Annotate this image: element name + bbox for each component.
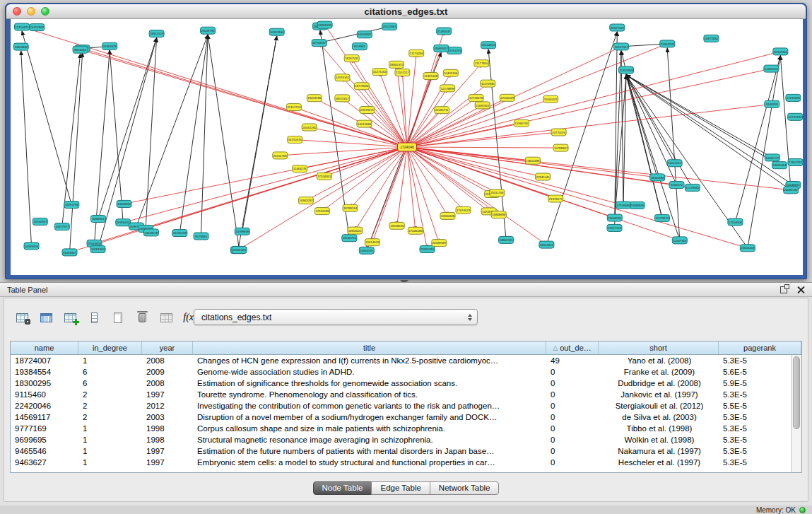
graph-node[interactable]: 10351860 xyxy=(269,28,284,35)
table-settings-button[interactable] xyxy=(11,308,33,327)
minimize-window-button[interactable] xyxy=(27,7,35,16)
cell-year[interactable]: 1997 xyxy=(142,390,193,399)
cell-year[interactable]: 2008 xyxy=(142,356,193,365)
graph-node[interactable]: 9579685 xyxy=(194,233,208,240)
graph-node[interactable]: 20978271 xyxy=(360,107,375,114)
cell-in-degree[interactable]: 1 xyxy=(78,424,142,433)
graph-node[interactable]: 20101768 xyxy=(273,152,288,159)
column-header-name[interactable]: name xyxy=(11,341,78,354)
cell-out-de[interactable]: 0 xyxy=(546,379,599,387)
graph-node[interactable]: 12325308 xyxy=(423,73,438,80)
cell-name[interactable]: 9699695 xyxy=(11,436,78,444)
graph-node[interactable]: 21353359 xyxy=(619,66,634,74)
delete-table-button[interactable] xyxy=(131,308,153,327)
column-header-short[interactable]: short xyxy=(599,341,719,354)
graph-node[interactable]: 9519361 xyxy=(352,43,367,50)
cell-short[interactable]: Franke et al. (2009) xyxy=(599,368,719,376)
cell-in-degree[interactable]: 1 xyxy=(78,447,142,455)
cell-title[interactable]: Estimation of the future numbers of pati… xyxy=(193,447,546,455)
graph-node[interactable]: 24862535 xyxy=(499,236,514,243)
zoom-window-button[interactable] xyxy=(41,7,49,16)
cell-short[interactable]: Wolkin et al. (1998) xyxy=(599,436,719,444)
graph-node[interactable]: 8165670 xyxy=(669,182,684,189)
table-row[interactable]: 2242004622012Investigating the contribut… xyxy=(11,400,791,411)
graph-node[interactable]: 22167047 xyxy=(614,43,629,50)
graph-node[interactable]: 24081034 xyxy=(784,187,799,194)
cell-name[interactable]: 14569117 xyxy=(11,413,78,421)
graph-node[interactable]: 21157704 xyxy=(286,104,301,111)
table-row[interactable]: 1872400712008Changes of HCN gene express… xyxy=(11,355,791,366)
graph-node[interactable]: 18267541 xyxy=(344,55,359,62)
float-panel-icon[interactable] xyxy=(780,286,787,293)
graph-node[interactable]: 16281863 xyxy=(90,246,105,253)
graph-node[interactable]: 20322867 xyxy=(382,23,397,30)
graph-node[interactable]: 24354451 xyxy=(539,241,554,248)
cell-pagerank[interactable]: 5.3E-5 xyxy=(719,424,791,433)
tab-network-table[interactable]: Network Table xyxy=(430,481,500,495)
cell-title[interactable]: Tourette syndrome. Phenomenology and cla… xyxy=(193,390,546,399)
graph-node[interactable]: 12628218 xyxy=(143,229,158,236)
graph-node[interactable]: 11691922 xyxy=(475,102,490,109)
graph-node[interactable]: 21490437 xyxy=(437,28,452,35)
graph-node[interactable]: 10391483 xyxy=(232,246,247,253)
graph-node[interactable]: 10877977 xyxy=(54,223,69,230)
graph-node[interactable]: 24588189 xyxy=(432,240,447,247)
close-window-button[interactable] xyxy=(13,7,21,16)
graph-node[interactable]: 18658021 xyxy=(348,227,363,234)
graph-node[interactable]: 17607591 xyxy=(788,159,803,166)
graph-node[interactable]: 20356424 xyxy=(116,219,131,226)
graph-node[interactable]: 16750376 xyxy=(288,136,302,144)
vertical-scrollbar[interactable] xyxy=(791,355,801,472)
graph-node[interactable]: 19268205 xyxy=(389,222,404,229)
cell-year[interactable]: 1998 xyxy=(142,424,193,433)
table-source-dropdown[interactable]: citations_edges.txt xyxy=(194,309,478,325)
cell-pagerank[interactable]: 5.3E-5 xyxy=(719,447,791,455)
graph-node[interactable]: 18845372 xyxy=(389,61,404,68)
cell-name[interactable]: 19384554 xyxy=(11,368,78,376)
graph-node[interactable]: 20770070 xyxy=(551,129,566,136)
graph-node[interactable]: 17310589 xyxy=(314,208,329,215)
graph-node[interactable]: 10761055 xyxy=(447,47,461,54)
graph-node[interactable]: 13845464 xyxy=(772,162,787,169)
graph-node[interactable]: 14599354 xyxy=(24,243,39,250)
cell-year[interactable]: 2009 xyxy=(142,368,193,376)
cell-out-de[interactable]: 0 xyxy=(546,368,599,376)
cell-title[interactable]: Corpus callosum shape and size in male p… xyxy=(193,424,546,433)
graph-node[interactable]: 18050384 xyxy=(650,174,665,181)
graph-node[interactable]: 16963329 xyxy=(102,42,117,49)
graph-node[interactable]: 15271564 xyxy=(372,69,387,76)
cell-in-degree[interactable]: 1 xyxy=(78,436,142,444)
table-row[interactable]: 1456911722003Disruption of a novel membe… xyxy=(11,411,791,423)
cell-in-degree[interactable]: 1 xyxy=(78,356,142,365)
cell-out-de[interactable]: 0 xyxy=(546,436,599,444)
graph-node[interactable]: 14661727 xyxy=(765,154,779,161)
graph-node[interactable]: 16872840 xyxy=(704,35,719,42)
cell-pagerank[interactable]: 5.3E-5 xyxy=(719,390,791,399)
cell-title[interactable]: Embryonic stem cells: a model to study s… xyxy=(193,458,546,467)
graph-node[interactable]: 10943292 xyxy=(299,197,314,204)
merge-table-button[interactable] xyxy=(155,308,177,327)
graph-node[interactable]: 23468846 xyxy=(630,201,645,209)
cell-short[interactable]: de Silva et al. (2003) xyxy=(599,413,719,421)
graph-node[interactable]: 11091783 xyxy=(64,201,79,209)
graph-node[interactable]: 11360735 xyxy=(514,119,529,127)
table-row[interactable]: 969969511998Structural magnetic resonanc… xyxy=(11,434,791,445)
cell-name[interactable]: 18300295 xyxy=(11,379,78,387)
graph-node[interactable]: 21174266 xyxy=(409,49,424,57)
cell-pagerank[interactable]: 5.9E-5 xyxy=(719,379,791,387)
graph-node[interactable]: 21177850 xyxy=(474,60,489,67)
cell-title[interactable]: Changes of HCN gene expression and I(f) … xyxy=(193,356,546,365)
tab-node-table[interactable]: Node Table xyxy=(313,481,372,495)
cell-out-de[interactable]: 0 xyxy=(546,390,599,399)
cell-title[interactable]: Genome-wide association studies in ADHD. xyxy=(193,368,546,376)
column-header-year[interactable]: year xyxy=(142,341,193,354)
graph-node[interactable]: 13600383 xyxy=(525,157,540,164)
import-table-button[interactable] xyxy=(59,308,81,327)
graph-node[interactable]: 12178899 xyxy=(440,85,455,92)
graph-node[interactable]: 12567363 xyxy=(672,237,687,244)
cell-year[interactable]: 1998 xyxy=(142,436,193,444)
graph-node[interactable]: 20134852 xyxy=(481,42,496,49)
cell-short[interactable]: Tibbo et al. (1998) xyxy=(599,424,719,433)
cell-title[interactable]: Investigating the contribution of common… xyxy=(193,402,546,410)
graph-node[interactable]: 12728478 xyxy=(469,95,483,102)
